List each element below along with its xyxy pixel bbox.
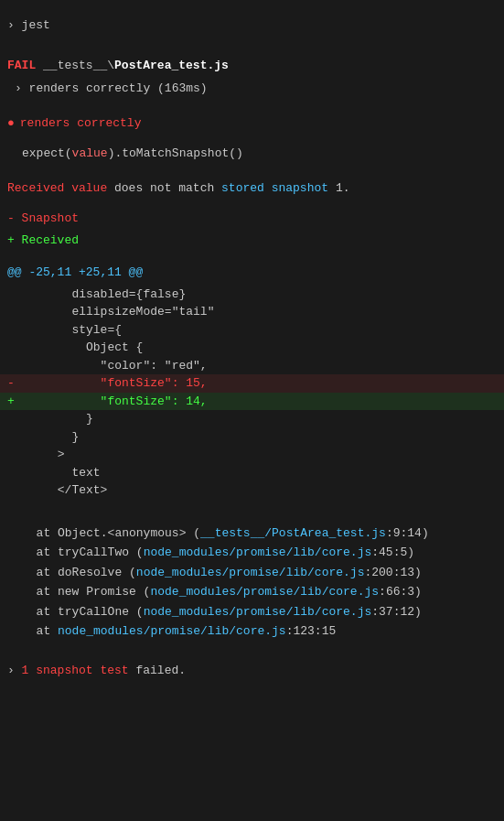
snapshot-minus-label: - Snapshot [7,211,79,225]
code-line-gt: > [0,446,504,464]
footer-failed: failed. [129,664,186,677]
snapshot-minus-line: - Snapshot [0,208,504,230]
stack-link-2: node_modules/promise/lib/core.js [144,546,372,559]
code-block: disabled={false} ellipsizeMode="tail" st… [0,284,504,502]
renders-correctly-label: renders correctly [20,114,142,133]
code-color: "color": "red", [15,357,208,375]
code-gt: > [15,446,65,464]
test-name-line: › renders correctly (163ms) [0,78,504,100]
jest-header: › jest [0,9,504,42]
stack-line-3: at doResolve (node_modules/promise/lib/c… [7,563,497,583]
stack-link-3: node_modules/promise/lib/core.js [136,566,365,579]
file-path-prefix: __tests__\ [43,59,114,72]
received-plus-line: + Received [0,230,504,252]
does-not-match: does not match [107,181,221,195]
code-fontsize-15: "fontSize": 15, [15,374,208,393]
code-line-close-style: } [0,428,504,447]
snapshot-num: 1. [328,181,349,195]
expect-method: ).toMatchSnapshot() [108,146,243,160]
stack-link-6: node_modules/promise/lib/core.js [58,624,286,638]
expect-line: expect(value).toMatchSnapshot() [0,143,504,165]
code-line-disabled: disabled={false} [0,286,504,304]
stack-line-1: at Object.<anonymous> (__tests__/PostAre… [7,524,497,544]
expect-value: value [72,146,108,160]
code-disabled: disabled={false} [15,286,186,304]
code-close-style: } [15,428,79,447]
stored-snapshot: stored snapshot [221,181,328,195]
code-object: Object { [15,339,143,357]
stack-section: at Object.<anonymous> (__tests__/PostAre… [0,516,504,645]
code-line-fontsize-plus: + "fontSize": 14, [0,393,504,411]
file-path-bold: PostArea_test.js [114,59,229,72]
jest-label: jest [22,18,50,32]
fail-keyword: FAIL [7,59,36,72]
code-line-text: text [0,464,504,482]
code-line-ellipsize: ellipsizeMode="tail" [0,303,504,321]
terminal-output: › jest FAIL __tests__\PostArea_test.js ›… [0,0,504,692]
expect-fn: expect( [22,146,72,160]
bullet-icon: ● [7,114,15,133]
test-name: renders correctly (163ms) [29,81,208,95]
stack-link-1: __tests__/PostArea_test.js [200,526,386,540]
stack-link-4: node_modules/promise/lib/core.js [150,585,379,599]
code-line-fontsize-minus: - "fontSize": 15, [0,374,504,393]
code-fontsize-14: "fontSize": 14, [15,393,208,411]
diff-header-line: @@ -25,11 +25,11 @@ [0,258,504,284]
received-message-line: Received value does not match stored sna… [0,172,504,201]
code-style: style={ [15,321,122,340]
footer-line: › 1 snapshot test failed. [0,653,504,684]
received-plus-label: + Received [7,233,79,247]
code-ellipsize: ellipsizeMode="tail" [15,303,214,321]
stack-line-6: at node_modules/promise/lib/core.js:123:… [7,621,497,642]
code-close-text: </Text> [15,481,107,500]
fail-line: FAIL __tests__\PostArea_test.js [0,49,504,79]
code-line-color: "color": "red", [0,357,504,375]
stack-line-5: at tryCallOne (node_modules/promise/lib/… [7,602,497,622]
renders-correctly-line: ●renders correctly [0,107,504,136]
received-text: Received value [7,181,107,195]
prefix-plus: + [0,393,15,411]
stack-line-4: at new Promise (node_modules/promise/lib… [7,582,497,602]
footer-arrow: › [7,664,22,677]
jest-arrow: › [7,18,22,32]
diff-header-text: @@ -25,11 +25,11 @@ [7,265,143,279]
stack-link-5: node_modules/promise/lib/core.js [144,605,372,619]
code-line-close-text: </Text> [0,481,504,500]
stack-line-2: at tryCallTwo (node_modules/promise/lib/… [7,543,497,563]
code-line-style: style={ [0,321,504,340]
code-text: text [15,464,101,482]
code-line-object: Object { [0,339,504,357]
code-close-obj: } [15,410,93,428]
code-line-close-obj: } [0,410,504,428]
footer-count: 1 snapshot test [22,664,129,677]
prefix-minus: - [0,374,15,393]
test-arrow: › [15,81,29,95]
